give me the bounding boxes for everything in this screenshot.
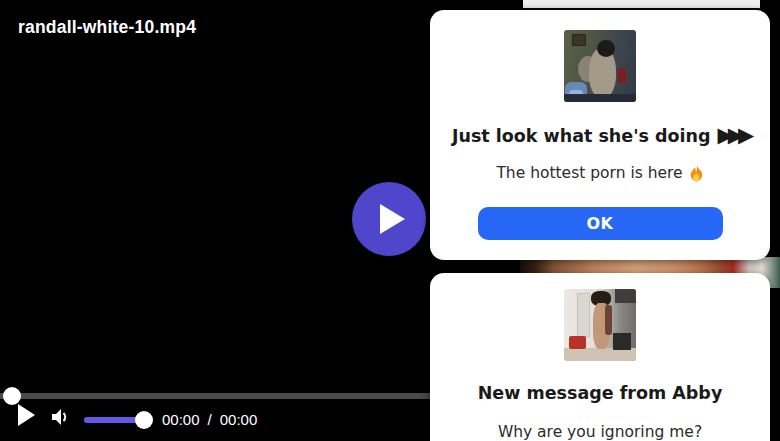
thumbnail-detail — [572, 34, 586, 46]
ad-popup-2: New message from Abby Why are you ignori… — [430, 273, 770, 441]
stacked-popup-edge — [523, 0, 760, 10]
popup-1-subtitle: The hottest porn is here — [496, 163, 703, 183]
thumbnail-detail — [618, 68, 626, 83]
time-separator: / — [208, 411, 212, 428]
popup-2-thumbnail-image[interactable] — [564, 289, 636, 361]
ok-button[interactable]: OK — [478, 207, 723, 240]
speaker-icon — [50, 407, 72, 427]
fire-icon — [689, 164, 704, 182]
thumbnail-detail — [564, 94, 636, 102]
progress-handle[interactable] — [3, 387, 21, 405]
time-display: 00:00 / 00:00 — [162, 411, 257, 428]
volume-handle[interactable] — [135, 411, 153, 429]
current-time: 00:00 — [162, 411, 200, 428]
thumbnail-detail — [577, 293, 590, 337]
page: { "player": { "title": "randall-white-10… — [0, 0, 780, 441]
popup-1-title: Just look what she's doing▶▶▶ — [452, 124, 748, 147]
duration: 00:00 — [220, 411, 258, 428]
popup-1-subtitle-text: The hottest porn is here — [496, 163, 682, 183]
triple-play-arrows-icon: ▶▶▶ — [718, 123, 748, 147]
thumbnail-detail — [613, 333, 631, 350]
mute-button[interactable] — [50, 407, 72, 431]
thumbnail-detail — [569, 336, 586, 349]
ad-popup-1: Just look what she's doing▶▶▶ The hottes… — [430, 10, 770, 260]
popup-1-title-text: Just look what she's doing — [452, 126, 711, 146]
thumbnail-detail — [597, 40, 615, 57]
play-button[interactable] — [18, 404, 35, 426]
big-play-button[interactable] — [352, 182, 426, 256]
thumbnail-detail — [605, 305, 612, 335]
popup-1-thumbnail-image[interactable] — [564, 30, 636, 102]
video-filename: randall-white-10.mp4 — [18, 17, 196, 38]
popup-2-title: New message from Abby — [478, 382, 723, 404]
thumbnail-detail — [615, 289, 636, 303]
popup-2-subtitle: Why are you ignoring me? — [498, 422, 702, 441]
play-icon — [380, 204, 405, 234]
